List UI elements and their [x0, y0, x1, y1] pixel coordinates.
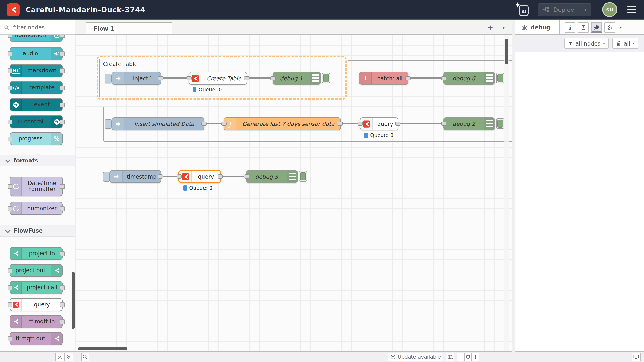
canvas-vscroll-track[interactable]	[504, 35, 509, 351]
input-port[interactable]	[358, 122, 363, 126]
output-port[interactable]	[158, 175, 163, 179]
flow-canvas[interactable]: Create Table	[76, 35, 512, 351]
palette-node-datetime-formatter[interactable]: Date/Time Formatter	[10, 177, 62, 196]
input-port[interactable]	[441, 76, 446, 80]
output-port[interactable]	[202, 122, 206, 126]
input-port[interactable]	[270, 76, 276, 80]
palette-node-project-out[interactable]: project out	[10, 264, 62, 277]
caret-down-icon: ▾	[633, 41, 635, 45]
debug-clear-button[interactable]: all ▾	[613, 38, 638, 49]
inject-arrow-icon	[112, 72, 124, 84]
add-flow-button[interactable]: +	[488, 23, 493, 31]
debug-enable-toggle[interactable]	[496, 73, 504, 83]
debug-enable-toggle[interactable]	[322, 73, 330, 83]
instance-title: Careful-Mandarin-Duck-3744	[26, 5, 145, 14]
node-debug-3[interactable]: debug 3	[246, 170, 298, 183]
palette-node-template[interactable]: </> template	[10, 81, 62, 94]
queue-status-badge: Queue: 0	[363, 132, 395, 138]
node-timestamp[interactable]: timestamp	[110, 170, 161, 183]
minimap-button[interactable]	[446, 353, 454, 361]
canvas-vscroll-thumb[interactable]	[505, 39, 508, 64]
node-generate-sensor-data[interactable]: ƒ Generate last 7 days sensor data	[224, 117, 341, 130]
debug-filter-button[interactable]: all nodes ▾	[564, 38, 609, 49]
input-port[interactable]	[441, 122, 446, 126]
zoom-in-button[interactable]: +	[472, 353, 479, 361]
output-port[interactable]	[406, 76, 410, 80]
output-port[interactable]	[158, 76, 163, 80]
deploy-caret-icon[interactable]: ▾	[584, 7, 586, 12]
debug-messages-panel[interactable]	[515, 52, 644, 351]
input-port[interactable]	[244, 175, 249, 179]
flowfuse-logo-icon[interactable]	[7, 3, 20, 16]
palette-node-project-in[interactable]: project in	[10, 247, 62, 260]
node-query-2[interactable]: query	[360, 117, 398, 130]
palette-scroll-area[interactable]: notification audio	[0, 35, 75, 351]
wire[interactable]	[220, 176, 247, 177]
flowfuse-editor: Careful-Mandarin-Duck-3744 AI Deploy ▾ s…	[0, 0, 644, 362]
input-port[interactable]	[186, 76, 192, 80]
sidebar-config-button[interactable]: ⚙	[604, 22, 615, 33]
palette-node-notification[interactable]: notification	[10, 35, 62, 42]
palette-node-audio[interactable]: audio	[10, 47, 62, 60]
wire[interactable]	[160, 77, 190, 79]
node-inject-1[interactable]: inject ¹	[112, 72, 161, 85]
sidebar-tab-debug[interactable]: debug	[515, 20, 560, 34]
input-port[interactable]	[222, 122, 226, 126]
ai-assistant-button[interactable]: AI	[516, 3, 528, 16]
canvas-hscroll-thumb[interactable]	[78, 347, 127, 350]
palette-node-project-call[interactable]: project call	[10, 281, 62, 294]
sidebar-help-button[interactable]	[578, 22, 589, 33]
palette-section-formats[interactable]: formats	[0, 155, 75, 166]
flow-list-caret-icon[interactable]: ▾	[502, 25, 505, 30]
palette-node-progress[interactable]: progress %	[10, 132, 62, 145]
wire[interactable]	[246, 77, 274, 79]
palette-search[interactable]	[0, 20, 75, 35]
sidebar-splitter[interactable]	[512, 20, 515, 362]
expand-categories-button[interactable]	[64, 353, 73, 361]
node-debug-1[interactable]: debug 1	[272, 72, 321, 85]
wire[interactable]	[398, 123, 444, 124]
palette-node-ff-mqtt-out[interactable]: ff mqtt out	[10, 332, 62, 345]
node-create-table-query[interactable]: Create Table	[189, 72, 247, 85]
canvas-search-button[interactable]	[81, 353, 89, 361]
collapse-categories-button[interactable]	[55, 353, 64, 361]
inject-button[interactable]	[105, 119, 112, 129]
zoom-reset-button[interactable]: O	[465, 353, 472, 361]
output-port[interactable]	[244, 76, 249, 80]
update-available-button[interactable]: Update available	[388, 353, 444, 361]
debug-enable-toggle[interactable]	[496, 118, 504, 129]
debug-enable-toggle[interactable]	[299, 171, 307, 182]
palette-filter-input[interactable]	[12, 24, 65, 31]
output-port[interactable]	[218, 175, 223, 179]
sidebar-info-button[interactable]: i	[565, 22, 576, 33]
node-query-3-selected[interactable]: query	[178, 170, 221, 183]
node-insert-simulated-data[interactable]: Insert simulated Data	[112, 117, 204, 130]
output-port[interactable]	[395, 122, 400, 126]
tab-flow-1[interactable]: Flow 1	[86, 22, 172, 34]
palette-node-markdown[interactable]: M↓ markdown	[10, 64, 62, 77]
palette-node-ff-mqtt-in[interactable]: ff mqtt in	[10, 315, 62, 328]
deploy-button[interactable]: Deploy ▾	[538, 3, 591, 16]
sidebar-debug-button[interactable]	[591, 22, 602, 33]
palette-node-ui-control[interactable]: ui control	[10, 115, 62, 128]
palette-node-event[interactable]: event	[10, 98, 62, 111]
palette-section-flowfuse[interactable]: FlowFuse	[0, 225, 75, 236]
node-debug-2[interactable]: debug 2	[444, 117, 495, 130]
sidebar-tabs-caret-icon[interactable]: ▾	[620, 25, 622, 30]
inject-button[interactable]	[105, 74, 112, 83]
palette-node-query[interactable]: query	[10, 298, 62, 311]
node-debug-6[interactable]: debug 6	[444, 72, 495, 85]
main-menu-button[interactable]	[628, 6, 636, 13]
zoom-out-button[interactable]: −	[457, 353, 465, 361]
palette-scrollbar[interactable]	[72, 272, 74, 329]
palette-node-humanizer[interactable]: humanizer	[10, 202, 62, 215]
bug-icon	[521, 25, 527, 30]
node-catch-all[interactable]: ! catch: all	[359, 72, 408, 85]
inject-button[interactable]	[103, 172, 110, 182]
output-port[interactable]	[338, 122, 343, 126]
user-avatar[interactable]: su	[602, 2, 617, 17]
flows-layer[interactable]: Create Table	[76, 35, 512, 351]
open-dashboard-button[interactable]	[632, 353, 640, 361]
input-port[interactable]	[177, 175, 182, 179]
wire[interactable]	[408, 77, 444, 79]
